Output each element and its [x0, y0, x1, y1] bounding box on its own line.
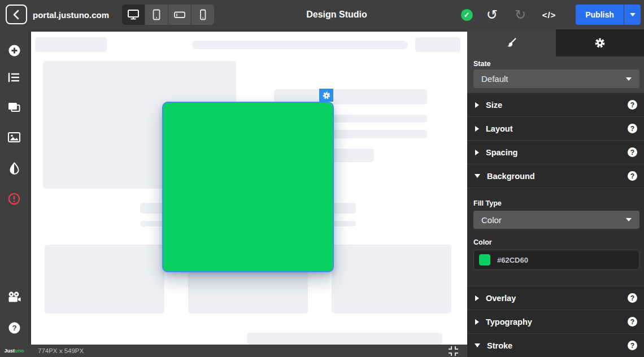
- left-toolbar: ? Justuno: [0, 29, 28, 357]
- help-icon[interactable]: ?: [628, 100, 637, 110]
- device-phone-button[interactable]: [192, 5, 214, 25]
- section-overlay[interactable]: Overlay ?: [467, 286, 644, 310]
- selected-green-box[interactable]: [162, 102, 334, 272]
- undo-button[interactable]: ↺: [485, 0, 499, 29]
- panel-tabbar: [467, 29, 644, 56]
- desktop-icon: [127, 9, 140, 20]
- canvas-status-bar: 774PX x 549PX: [28, 345, 467, 357]
- placeholder-bottom-bar: [247, 333, 442, 345]
- chevron-down-icon: [475, 343, 480, 347]
- section-typography[interactable]: Typography ?: [467, 310, 644, 333]
- brush-icon: [506, 37, 517, 49]
- images-button[interactable]: [0, 132, 28, 142]
- video-camera-icon: [7, 291, 21, 303]
- help-icon[interactable]: ?: [628, 293, 637, 303]
- slides-icon: [8, 102, 20, 112]
- color-drop-icon: [9, 162, 20, 175]
- fill-type-value: Color: [481, 215, 502, 225]
- tablet-landscape-icon: [173, 9, 186, 20]
- chevron-down-icon: [626, 218, 632, 221]
- placeholder-header-left: [35, 37, 107, 52]
- state-label: State: [473, 60, 491, 68]
- help-icon[interactable]: ?: [628, 147, 637, 157]
- section-spacing[interactable]: Spacing ?: [467, 140, 644, 164]
- background-section-content: Fill Type Color Color #62CD60: [467, 188, 644, 286]
- svg-text:?: ?: [12, 324, 16, 332]
- chevron-right-icon: [475, 102, 479, 108]
- tab-style[interactable]: [467, 29, 556, 56]
- tab-settings[interactable]: [556, 29, 644, 56]
- placeholder-card-3: [332, 245, 451, 314]
- section-background[interactable]: Background ?: [467, 164, 644, 188]
- compress-icon: [449, 346, 452, 350]
- fill-type-label: Fill Type: [473, 199, 502, 207]
- gear-icon: [594, 37, 606, 49]
- chevron-down-icon: [630, 13, 636, 16]
- design-canvas: 774PX x 549PX: [28, 29, 467, 357]
- redo-button[interactable]: ↻: [513, 0, 528, 29]
- top-toolbar: portal.justuno.com: [0, 0, 644, 29]
- element-settings-badge[interactable]: [319, 89, 333, 102]
- chevron-right-icon: [475, 295, 479, 301]
- placeholder-header-center: [192, 41, 408, 49]
- code-view-button[interactable]: </>: [540, 0, 558, 29]
- state-value: Default: [481, 74, 508, 84]
- alerts-button[interactable]: [0, 193, 28, 205]
- help-icon[interactable]: ?: [628, 317, 637, 326]
- question-circle-icon: ?: [8, 321, 21, 334]
- publish-dropdown-button[interactable]: [624, 5, 641, 25]
- device-desktop-button[interactable]: [122, 5, 145, 25]
- section-layout[interactable]: Layout ?: [467, 116, 644, 140]
- device-preview-toggle: [122, 5, 214, 25]
- help-icon[interactable]: ?: [628, 171, 637, 181]
- state-dropdown[interactable]: Default: [473, 69, 639, 88]
- theme-colors-button[interactable]: [0, 162, 28, 175]
- image-icon: [8, 132, 20, 142]
- chevron-down-icon: [626, 77, 632, 81]
- layers-list-button[interactable]: [0, 72, 28, 82]
- placeholder-card-1: [45, 245, 164, 314]
- gear-icon: [322, 91, 331, 100]
- color-hex-value: #62CD60: [497, 256, 528, 264]
- placeholder-header-right: [415, 37, 460, 52]
- chevron-right-icon: [475, 319, 479, 325]
- section-stroke[interactable]: Stroke ?: [467, 333, 644, 357]
- plus-circle-icon: [8, 44, 21, 57]
- design-page[interactable]: [31, 32, 467, 345]
- publish-button[interactable]: Publish: [576, 5, 624, 25]
- properties-panel: State Default Size ? Layout ? Spacing ? …: [467, 29, 644, 357]
- layers-list-icon: [8, 72, 20, 82]
- portal-domain-label: portal.justuno.com: [33, 0, 109, 29]
- add-element-button[interactable]: [0, 44, 28, 57]
- phone-icon: [197, 9, 208, 20]
- state-field: State Default: [467, 56, 644, 93]
- tutorials-button[interactable]: [0, 291, 28, 303]
- alert-icon: [8, 193, 20, 205]
- color-label: Color: [473, 238, 492, 246]
- back-chevron-icon: [12, 9, 21, 20]
- help-icon[interactable]: ?: [628, 124, 637, 133]
- color-picker-field[interactable]: #62CD60: [473, 250, 639, 270]
- help-button[interactable]: ?: [0, 321, 28, 334]
- fill-type-dropdown[interactable]: Color: [473, 211, 639, 229]
- slides-button[interactable]: [0, 102, 28, 112]
- status-check-icon: ✓: [460, 0, 473, 29]
- help-icon[interactable]: ?: [628, 341, 637, 350]
- back-button[interactable]: [6, 5, 27, 24]
- section-size[interactable]: Size ?: [467, 93, 644, 116]
- justuno-logo: Justuno: [0, 348, 28, 354]
- canvas-dimensions-label: 774PX x 549PX: [38, 347, 449, 354]
- page-title: Design Studio: [306, 0, 367, 29]
- fit-to-screen-button[interactable]: [449, 346, 458, 356]
- device-tablet-button[interactable]: [145, 5, 168, 25]
- chevron-right-icon: [475, 126, 479, 132]
- chevron-down-icon: [475, 174, 480, 178]
- device-landscape-button[interactable]: [168, 5, 191, 25]
- tablet-icon: [151, 9, 162, 20]
- color-swatch[interactable]: [479, 254, 490, 265]
- chevron-right-icon: [475, 150, 479, 155]
